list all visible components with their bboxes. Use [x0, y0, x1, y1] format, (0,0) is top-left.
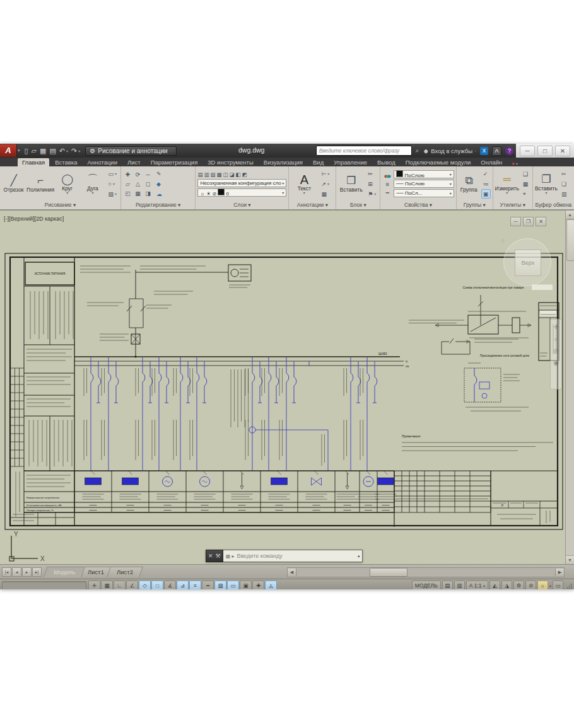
sign-in-button[interactable]: ☻ Вход в службы ▾ [423, 147, 476, 154]
polyline-button[interactable]: ⌐Полилиния [27, 175, 54, 193]
layer-lock-icon[interactable]: ◫ [223, 171, 228, 178]
color-dropdown[interactable]: ПоСлою▾ [394, 170, 454, 178]
text-button[interactable]: A Текст▾ [291, 173, 317, 195]
minimize-button[interactable]: ─ [520, 146, 535, 156]
layer-match-icon[interactable]: ◪ [230, 171, 235, 178]
annotation-autoscale-icon[interactable]: ◮ [501, 581, 512, 589]
rectangle-button[interactable]: ▭▾ [106, 169, 119, 178]
quick-select-button[interactable]: ❑ [521, 169, 530, 178]
toggle-polar-tracking[interactable]: ◇ [139, 581, 151, 589]
ellipse-button[interactable]: ○▾ [106, 179, 119, 188]
vertical-scrollbar[interactable]: ▲ ▼ [565, 211, 574, 564]
layer-dropdown[interactable]: ☼ ☀ ⊘ 0▾ [197, 188, 286, 197]
exchange-apps-icon[interactable]: X [480, 147, 488, 155]
viewcube[interactable]: Верх ⌂ [503, 238, 551, 286]
layer-isolate-icon[interactable]: ▧ [210, 171, 215, 178]
toggle-object-snap-tracking[interactable]: ⊿ [177, 581, 189, 589]
layout-tab-лист2[interactable]: Лист2 [107, 567, 143, 577]
cut-button[interactable]: ✂ [559, 169, 569, 178]
panel-draw-label[interactable]: Рисование ▾ [0, 201, 120, 209]
revision-cloud-button[interactable]: ☁ [155, 189, 164, 199]
quick-calc-button[interactable]: ▦ [521, 179, 530, 188]
layer-prev-icon[interactable]: ◧ [236, 171, 241, 178]
panel-annotation-label[interactable]: Аннотации ▾ [289, 201, 336, 209]
id-point-button[interactable]: ⌖ [521, 189, 530, 199]
toggle-dynamic-input[interactable]: ━ [202, 581, 214, 589]
toggle-lineweight[interactable]: ▨ [214, 581, 226, 589]
ungroup-button[interactable]: ✓ [481, 169, 491, 178]
toggle-dynamic-ucs[interactable]: ≡ [189, 581, 201, 589]
block-edit-button[interactable]: ✏ [366, 169, 378, 178]
group-bounding-box-toggle[interactable]: ▣ [481, 189, 491, 199]
paste-button[interactable]: ❐ Вставить▾ [535, 173, 558, 195]
customize-icon[interactable]: ⚒ [216, 553, 221, 559]
model-space-toggle[interactable]: МОДЕЛЬ [412, 581, 441, 589]
toggle-snap-mode[interactable]: ▦ [101, 581, 113, 589]
redo-icon[interactable]: ↷ [71, 147, 77, 155]
workspace-gear-icon[interactable]: ⚙ [513, 581, 524, 589]
toggle-infer-constraints[interactable]: ✛ [88, 581, 100, 589]
toggle-grid-display[interactable]: ∟ [114, 581, 126, 589]
scroll-down-icon[interactable]: ▼ [566, 555, 574, 564]
group-button[interactable]: ⧉ Группа [459, 175, 479, 193]
paste-special-button[interactable]: ▥ [559, 189, 569, 199]
ribbon-tab-5[interactable]: 3D инструменты [203, 158, 258, 166]
toggle-selection-cycling[interactable]: ✚ [252, 581, 264, 589]
toggle-object-snap[interactable]: □ [151, 581, 163, 589]
linetype-dropdown[interactable]: ── ПоСл...▾ [394, 189, 454, 197]
ribbon-tab-10[interactable]: Подключаемые модули [401, 158, 476, 166]
app-logo-icon[interactable]: A [0, 144, 17, 157]
annotation-visibility-icon[interactable]: ◭ [489, 581, 500, 589]
communication-center-icon[interactable]: ●▾ [512, 161, 518, 166]
layer-freeze-icon[interactable]: ▩ [216, 171, 221, 178]
toggle-ortho-mode[interactable]: ∠ [126, 581, 138, 589]
panel-properties-label[interactable]: Свойства ▾ [380, 201, 455, 209]
command-input[interactable]: ▦ ▸ Введите команду ▴ [223, 550, 363, 562]
vertical-scroll-thumb[interactable] [566, 219, 574, 261]
circle-button[interactable]: ◯Круг▾ [56, 173, 79, 195]
explode-button[interactable]: ◆ [155, 179, 164, 188]
search-icon[interactable]: ⌕ [416, 147, 419, 154]
annotation-scale-button[interactable]: А 1:1 ▾ [466, 581, 488, 589]
toolbar-lock-icon[interactable]: ⊘ [525, 581, 536, 589]
undo-arrow-icon[interactable]: ▾ [66, 149, 68, 153]
lineweight-dropdown[interactable]: ── ПоСлою▾ [394, 180, 454, 188]
app-menu-arrow-icon[interactable]: ▾ [18, 148, 20, 153]
orbit-icon[interactable]: ◎ [553, 348, 559, 354]
toggle-transparency[interactable]: ▭ [227, 581, 239, 589]
match-properties-icon[interactable]: ●●● [384, 172, 391, 180]
group-edit-button[interactable]: ≔ [481, 179, 491, 188]
horizontal-scrollbar[interactable]: ◀ ▶ [287, 567, 565, 577]
ribbon-tab-1[interactable]: Вставка [50, 158, 81, 166]
autodesk-360-icon[interactable]: A [492, 146, 501, 156]
search-input[interactable]: Введите ключевое слово/фразу [316, 146, 412, 156]
performance-tuner-icon[interactable]: ☼ [537, 581, 548, 589]
ribbon-tab-11[interactable]: Онлайн [476, 158, 507, 166]
ribbon-tab-6[interactable]: Визуализация [259, 158, 307, 166]
clean-screen-icon[interactable]: ▭ [553, 581, 563, 589]
close-button[interactable]: ✕ [555, 146, 570, 156]
move-icon[interactable]: ✚ [123, 170, 132, 179]
layout-tab-модель[interactable]: Модель [44, 567, 85, 577]
doc-restore-button[interactable]: ❐ [523, 217, 534, 226]
new-file-icon[interactable]: ▯ [25, 147, 28, 155]
copy-clip-button[interactable]: ❏ [559, 179, 569, 188]
block-attributes-button[interactable]: ⚑▾ [366, 189, 378, 199]
undo-icon[interactable]: ↶ [59, 147, 65, 155]
panel-layers-label[interactable]: Слои ▾ [196, 201, 288, 209]
steering-wheel-icon[interactable]: ◉ [553, 360, 559, 366]
hatch-button[interactable]: ▨▾ [106, 189, 119, 199]
save-icon[interactable]: ▦ [40, 147, 46, 155]
open-file-icon[interactable]: ▱ [32, 147, 37, 155]
panel-clipboard-label[interactable]: Буфер обмена [533, 201, 574, 209]
toggle-annotation-monitor[interactable]: ◬ [265, 581, 277, 589]
stretch-icon[interactable]: ◰ [123, 189, 132, 198]
horizontal-scroll-thumb[interactable] [370, 568, 407, 577]
panel-groups-label[interactable]: Группы ▾ [457, 201, 493, 209]
scroll-up-icon[interactable]: ▲ [566, 211, 574, 219]
maximize-button[interactable]: □ [537, 146, 553, 156]
recent-commands-icon[interactable]: ▴ [358, 553, 360, 558]
prev-tab-icon[interactable]: ◂ [12, 567, 21, 577]
dimension-button[interactable]: ⊢▾ [319, 169, 331, 178]
toggle-quick-properties[interactable]: ▣ [240, 581, 252, 589]
